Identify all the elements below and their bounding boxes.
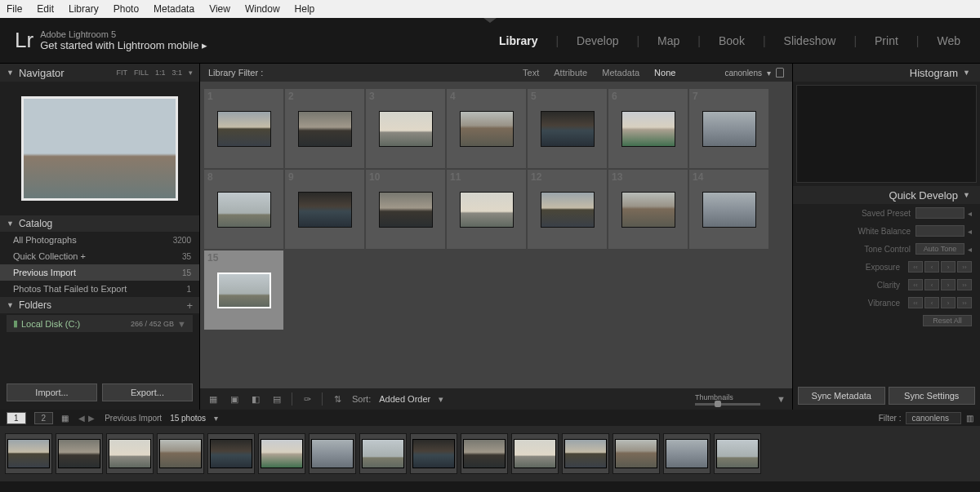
navigator-preview[interactable] (0, 82, 199, 215)
module-web[interactable]: Web (932, 34, 965, 47)
filmstrip[interactable] (0, 426, 980, 481)
filter-preset-value[interactable]: canonlens (724, 69, 762, 78)
vibrance-stepper[interactable]: ‹‹‹››› (908, 297, 972, 308)
module-print[interactable]: Print (870, 34, 903, 47)
chevron-down-icon[interactable]: ▾ (439, 394, 443, 405)
menu-metadata[interactable]: Metadata (154, 3, 194, 15)
nav-grid-icon[interactable]: ▦ (61, 414, 69, 423)
grid-cell[interactable]: 1 (204, 89, 283, 168)
filmstrip-cell[interactable] (511, 433, 559, 474)
reset-all-button[interactable]: Reset All (923, 315, 972, 326)
filter-tab-metadata[interactable]: Metadata (602, 68, 639, 78)
menu-file[interactable]: File (7, 3, 22, 15)
nav-3to1[interactable]: 3:1 (172, 69, 182, 77)
catalog-header[interactable]: ▼ Catalog (0, 215, 199, 232)
qd-saved-preset-select[interactable] (915, 207, 964, 219)
compare-view-icon[interactable]: ◧ (249, 392, 262, 406)
sort-value[interactable]: Added Order (379, 394, 430, 404)
add-folder-icon[interactable]: + (186, 299, 193, 312)
filter-tab-none[interactable]: None (654, 68, 675, 78)
menu-help[interactable]: Help (295, 3, 315, 15)
qd-white-balance-select[interactable] (915, 225, 964, 237)
filmstrip-cell[interactable] (612, 433, 660, 474)
filmstrip-cell[interactable] (359, 433, 407, 474)
grid-cell[interactable]: 9 (285, 170, 364, 249)
sync-settings-button[interactable]: Sync Settings (889, 387, 976, 405)
menu-library[interactable]: Library (69, 3, 99, 15)
filter-preset-select[interactable]: canonlens (906, 412, 961, 424)
grid-cell[interactable]: 15 (204, 250, 283, 330)
menu-view[interactable]: View (209, 3, 230, 15)
screen-2-button[interactable]: 2 (34, 412, 54, 424)
clarity-stepper[interactable]: ‹‹‹››› (908, 279, 972, 290)
catalog-row[interactable]: Previous Import 15 (0, 264, 199, 281)
catalog-row[interactable]: All Photographs 3200 (0, 232, 199, 248)
menu-photo[interactable]: Photo (114, 3, 139, 15)
folder-drive-row[interactable]: ▮ Local Disk (C:) 266 / 452 GB ▼ (7, 315, 193, 332)
grid-cell[interactable]: 7 (689, 89, 768, 168)
chevron-down-icon[interactable]: ▾ (767, 69, 771, 78)
filmstrip-cell[interactable] (309, 433, 356, 474)
module-library[interactable]: Library (494, 34, 542, 47)
menu-edit[interactable]: Edit (37, 3, 54, 15)
chevron-down-icon[interactable]: ▼ (177, 319, 186, 329)
nav-1to1[interactable]: 1:1 (155, 69, 166, 77)
grid-cell[interactable]: 6 (608, 89, 688, 168)
lock-icon[interactable] (776, 68, 784, 78)
filmstrip-cell[interactable] (56, 433, 103, 474)
painter-tool-icon[interactable]: ✑ (301, 392, 314, 406)
grid-view-icon[interactable]: ▦ (207, 392, 220, 406)
filmstrip-cell[interactable] (410, 433, 457, 474)
grid-cell[interactable]: 10 (366, 170, 445, 249)
filmstrip-cell[interactable] (714, 433, 761, 474)
catalog-row[interactable]: Quick Collection + 35 (0, 248, 199, 264)
auto-tone-button[interactable]: Auto Tone (915, 243, 964, 255)
grid-cell[interactable]: 4 (447, 89, 526, 168)
nav-forward-icon[interactable]: ▶ (88, 414, 95, 423)
filmstrip-cell[interactable] (562, 433, 609, 474)
grid-cell[interactable]: 5 (528, 89, 607, 168)
filmstrip-cell[interactable] (207, 433, 255, 474)
chevron-left-icon[interactable]: ◂ (968, 227, 972, 236)
filter-switch-icon[interactable]: ▥ (966, 414, 973, 423)
loupe-view-icon[interactable]: ▣ (228, 392, 241, 406)
nav-fit[interactable]: FIT (116, 69, 127, 77)
thumbnail-size-slider[interactable]: Thumbnails (695, 393, 760, 406)
module-map[interactable]: Map (653, 34, 684, 47)
histogram-header[interactable]: Histogram ▼ (793, 64, 980, 82)
module-book[interactable]: Book (714, 34, 750, 47)
import-button[interactable]: Import... (7, 383, 97, 401)
module-slideshow[interactable]: Slideshow (779, 34, 841, 47)
toolbar-menu-icon[interactable]: ▼ (777, 394, 786, 404)
breadcrumb-path[interactable]: Previous Import (105, 414, 162, 423)
folders-header[interactable]: ▼ Folders + (0, 297, 199, 313)
navigator-header[interactable]: ▼ Navigator FIT FILL 1:1 3:1 ▾ (0, 64, 199, 82)
filmstrip-cell[interactable] (461, 433, 508, 474)
chevron-down-icon[interactable]: ▾ (214, 414, 218, 423)
get-started-link[interactable]: Get started with Lightroom mobile ▸ (40, 39, 207, 51)
grid-cell[interactable]: 14 (689, 170, 768, 249)
grid-cell[interactable]: 11 (447, 170, 526, 249)
sort-direction-icon[interactable]: ⇅ (331, 392, 344, 406)
filmstrip-cell[interactable] (5, 433, 52, 474)
grid-cell[interactable]: 8 (204, 170, 283, 249)
export-button[interactable]: Export... (102, 383, 193, 401)
survey-view-icon[interactable]: ▤ (270, 392, 283, 406)
filmstrip-cell[interactable] (663, 433, 710, 474)
filter-tab-text[interactable]: Text (523, 68, 539, 78)
catalog-row[interactable]: Photos That Failed to Export 1 (0, 281, 199, 297)
nav-back-icon[interactable]: ◀ (78, 414, 85, 423)
module-develop[interactable]: Develop (572, 34, 623, 47)
sync-metadata-button[interactable]: Sync Metadata (798, 387, 885, 405)
filmstrip-cell[interactable] (258, 433, 305, 474)
grid-cell[interactable]: 13 (608, 170, 688, 249)
menu-window[interactable]: Window (245, 3, 280, 15)
grid-cell[interactable]: 2 (285, 89, 364, 168)
grid-cell[interactable]: 12 (528, 170, 607, 249)
chevron-down-icon[interactable]: ▾ (189, 69, 193, 77)
chevron-left-icon[interactable]: ◂ (968, 209, 972, 218)
nav-fill[interactable]: FILL (134, 69, 149, 77)
screen-1-button[interactable]: 1 (7, 412, 26, 424)
quick-develop-header[interactable]: Quick Develop ▼ (793, 186, 980, 204)
chevron-left-icon[interactable]: ◂ (968, 245, 972, 254)
